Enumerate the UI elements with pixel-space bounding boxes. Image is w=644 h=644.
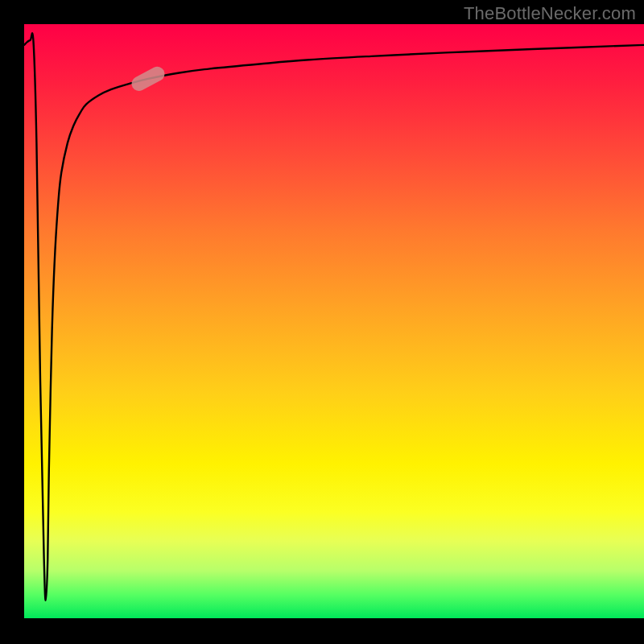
curve-marker — [129, 64, 167, 94]
watermark-text: TheBottleNecker.com — [464, 3, 636, 24]
chart-svg — [24, 24, 644, 618]
bottleneck-curve-path — [24, 33, 644, 601]
svg-rect-0 — [129, 64, 167, 94]
